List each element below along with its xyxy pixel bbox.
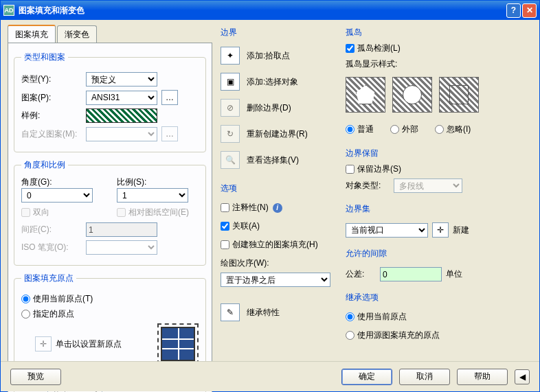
cancel-button[interactable]: 取消 <box>399 369 450 385</box>
recreate-bound-label: 重新创建边界(R) <box>247 128 308 140</box>
bset-select[interactable]: 当前视口 <box>346 223 428 238</box>
spacing-label: 间距(C): <box>21 224 82 235</box>
custom-select <box>86 127 157 141</box>
retain-check[interactable]: 保留边界(S) <box>346 163 532 175</box>
custom-label: 自定义图案(M): <box>21 128 82 140</box>
crosshair-icon: ✛ <box>40 339 47 349</box>
type-label: 类型(Y): <box>21 73 82 85</box>
boundaries-title: 边界 <box>221 27 337 38</box>
pick-origin-label: 单击以设置新原点 <box>56 338 122 350</box>
swatch-preview[interactable] <box>86 108 157 123</box>
island-outer-radio[interactable]: 外部 <box>390 124 418 135</box>
legend-type: 类型和图案 <box>21 51 68 63</box>
pattern-select[interactable]: ANSI31 <box>86 91 157 105</box>
bset-new-label: 新建 <box>453 224 469 236</box>
inherit-src-radio[interactable]: 使用源图案填充的原点 <box>346 330 440 341</box>
objtype-select: 多段线 <box>394 178 462 193</box>
delete-icon: ⊘ <box>227 103 234 113</box>
app-icon: AD <box>3 5 14 16</box>
origin-current-radio[interactable]: 使用当前原点(T) <box>21 293 93 305</box>
island-outer-swatch[interactable] <box>392 77 432 113</box>
brush-icon: ✎ <box>227 308 234 317</box>
double-check: 双向 <box>21 207 49 218</box>
preview-button[interactable]: 预览 <box>10 369 61 385</box>
draworder-label: 绘图次序(W): <box>221 257 269 269</box>
swatch-label: 样例: <box>21 110 82 122</box>
tol-label: 公差: <box>346 268 376 280</box>
delete-bound-button: ⊘ <box>221 99 240 117</box>
recreate-icon: ↻ <box>227 129 234 139</box>
origin-spec-radio[interactable]: 指定的原点 <box>21 308 74 320</box>
scale-label: 比例(S): <box>117 176 199 188</box>
angle-select[interactable]: 0 <box>21 188 93 203</box>
add-select-label: 添加:选择对象 <box>247 76 298 88</box>
inherit-label: 继承特性 <box>247 307 280 319</box>
add-select-button[interactable]: ▣ <box>221 73 240 91</box>
pick-origin-button: ✛ <box>35 336 52 351</box>
tol-input[interactable] <box>380 267 442 281</box>
group-type-pattern: 类型和图案 类型(Y): 预定义 图案(P): ANSI31 … 样例: <box>14 51 206 152</box>
island-style-label: 孤岛显示样式: <box>346 58 532 70</box>
angle-label: 角度(G): <box>21 176 103 188</box>
view-selection-label: 查看选择集(V) <box>247 154 299 166</box>
type-select[interactable]: 预定义 <box>86 72 157 87</box>
relative-check: 相对图纸空间(E) <box>117 207 189 218</box>
bset-new-button[interactable]: ✛ <box>432 222 449 238</box>
view-selection-button: 🔍 <box>221 151 240 169</box>
help-button[interactable]: ? <box>506 3 521 18</box>
iso-select <box>86 240 157 255</box>
recreate-bound-button: ↻ <box>221 125 240 143</box>
spacing-input <box>86 222 157 237</box>
info-icon[interactable]: i <box>273 203 282 213</box>
island-normal-swatch[interactable] <box>346 77 385 113</box>
titlebar: AD 图案填充和渐变色 ? ✕ <box>1 1 539 20</box>
bset-title: 边界集 <box>346 203 532 215</box>
island-normal-radio[interactable]: 普通 <box>346 124 374 135</box>
chevron-left-icon: ◀ <box>519 372 526 382</box>
help-dialog-button[interactable]: 帮助 <box>457 369 508 385</box>
island-ignore-radio[interactable]: 忽略(I) <box>435 124 471 135</box>
legend-angle: 角度和比例 <box>21 159 68 171</box>
iso-label: ISO 笔宽(O): <box>21 242 82 253</box>
pick-icon: ✦ <box>227 51 234 60</box>
group-angle-scale: 角度和比例 角度(G): 0 比例(S): 1 双向 相对图纸空间(E <box>14 159 206 266</box>
delete-bound-label: 删除边界(D) <box>247 102 291 114</box>
separate-check[interactable]: 创建独立的图案填充(H) <box>221 239 318 251</box>
gap-title: 允许的间隙 <box>346 248 532 260</box>
retain-title: 边界保留 <box>346 148 532 159</box>
ok-button[interactable]: 确定 <box>341 369 392 385</box>
new-icon: ✛ <box>437 225 444 235</box>
pattern-browse-button[interactable]: … <box>161 90 178 105</box>
island-ignore-swatch[interactable] <box>439 77 479 113</box>
islands-title: 孤岛 <box>346 27 532 38</box>
select-icon: ▣ <box>227 77 234 87</box>
tab-gradient[interactable]: 渐变色 <box>57 25 97 43</box>
options-title: 选项 <box>221 183 337 194</box>
collapse-button[interactable]: ◀ <box>515 369 530 384</box>
magnifier-icon: 🔍 <box>225 155 236 165</box>
add-pick-button[interactable]: ✦ <box>221 47 240 65</box>
legend-origin: 图案填充原点 <box>21 273 76 284</box>
inherit-cur-radio[interactable]: 使用当前原点 <box>346 311 407 323</box>
custom-browse-button: … <box>161 126 178 141</box>
associative-check[interactable]: 关联(A) <box>221 220 260 232</box>
tabs: 图案填充 渐变色 <box>8 25 212 43</box>
window-title: 图案填充和渐变色 <box>19 5 505 16</box>
draworder-select[interactable]: 置于边界之后 <box>221 273 330 287</box>
pattern-label: 图案(P): <box>21 92 82 104</box>
add-pick-label: 添加:拾取点 <box>247 50 290 62</box>
inherit-button[interactable]: ✎ <box>221 303 240 321</box>
origin-preview <box>157 323 199 365</box>
island-detect-check[interactable]: 孤岛检测(L) <box>346 43 532 54</box>
tab-hatch[interactable]: 图案填充 <box>8 25 56 43</box>
objtype-label: 对象类型: <box>346 180 390 192</box>
inherit-opt-title: 继承选项 <box>346 292 532 303</box>
annotative-check[interactable]: 注释性(N) <box>221 202 269 214</box>
close-button[interactable]: ✕ <box>522 3 537 18</box>
unit-label: 单位 <box>446 268 462 280</box>
scale-select[interactable]: 1 <box>117 188 188 203</box>
